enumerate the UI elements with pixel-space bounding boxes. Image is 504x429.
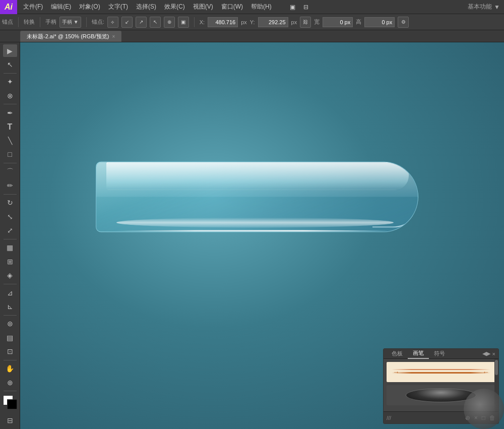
tool-line[interactable]: ╲ bbox=[3, 134, 17, 147]
anchor-tool-2[interactable]: ↙ bbox=[121, 17, 133, 28]
glass-shape bbox=[96, 151, 428, 239]
menu-view[interactable]: 视图(V) bbox=[189, 0, 217, 14]
tool-zoom[interactable]: ⊕ bbox=[3, 376, 17, 389]
tool-sep3 bbox=[4, 163, 17, 163]
tool-sep9 bbox=[4, 391, 17, 391]
h-input[interactable] bbox=[364, 17, 395, 27]
menu-file[interactable]: 文件(F) bbox=[19, 0, 47, 14]
tool-sep1 bbox=[4, 73, 17, 74]
bottom-circle-decoration bbox=[464, 389, 504, 429]
stroke-line-top bbox=[392, 369, 490, 370]
panel-scrollbar-thumb bbox=[495, 360, 498, 375]
sep3 bbox=[86, 17, 87, 27]
tab-symbols[interactable]: 符号 bbox=[429, 349, 450, 359]
glass-bottom-highlight bbox=[116, 217, 394, 227]
tool-blend[interactable]: ◈ bbox=[3, 269, 17, 281]
tool-sep2 bbox=[4, 104, 17, 104]
doc-tab[interactable]: 未标题-2.ai* @ 150% (RGB/预览) × bbox=[20, 31, 121, 42]
workspace-selector[interactable]: 基本功能 ▼ bbox=[468, 3, 504, 11]
x-input[interactable] bbox=[208, 17, 238, 27]
tool-rotate[interactable]: ↻ bbox=[3, 197, 17, 209]
hand-dropdown[interactable]: 手柄 ▼ bbox=[59, 17, 81, 28]
tool-pencil[interactable]: ✏ bbox=[3, 179, 17, 192]
sep1 bbox=[18, 17, 19, 27]
y-label: Y: bbox=[250, 19, 255, 25]
menu-bar: Ai 文件(F) 编辑(E) 对象(O) 文字(T) 选择(S) 效果(C) 视… bbox=[0, 0, 504, 14]
main-area: ▶ ↖ ✦ ⊗ ✒ T ╲ □ ⌒ ✏ ↻ ⤡ ⤢ ▦ ⊞ ◈ ⊿ ⊾ ⊛ ▤ … bbox=[0, 42, 504, 429]
panel-controls: ◀▶ × bbox=[482, 350, 495, 357]
tool-warp[interactable]: ⤢ bbox=[3, 224, 17, 236]
tool-symbol[interactable]: ⊛ bbox=[3, 318, 17, 330]
glass-highlight bbox=[106, 162, 409, 190]
y-input[interactable] bbox=[258, 17, 288, 27]
tool-measure[interactable]: ⊾ bbox=[3, 300, 17, 313]
menu-icon-1[interactable]: ▣ bbox=[286, 0, 299, 14]
options-toolbar: 锚点 转换 手柄 手柄 ▼ 锚点: ⟡ ↙ ↗ ↖ ⊕ ▣ X: px Y: p… bbox=[0, 14, 504, 30]
settings-btn[interactable]: ⚙ bbox=[398, 17, 409, 28]
anchor-tool-6[interactable]: ▣ bbox=[178, 17, 189, 28]
w-label: 宽 bbox=[314, 18, 320, 26]
menu-items: 文件(F) 编辑(E) 对象(O) 文字(T) 选择(S) 效果(C) 视图(V… bbox=[17, 0, 468, 14]
tool-hand[interactable]: ✋ bbox=[3, 362, 17, 375]
sep4 bbox=[194, 17, 195, 27]
app-logo: Ai bbox=[0, 0, 17, 14]
tool-magic-wand[interactable]: ✦ bbox=[3, 76, 17, 88]
tab-close-btn[interactable]: × bbox=[112, 34, 115, 39]
tool-graph[interactable]: ▤ bbox=[3, 331, 17, 344]
panel-close-btn[interactable]: × bbox=[492, 351, 495, 357]
anchor-label: 锚点 bbox=[2, 18, 13, 26]
color-boxes[interactable] bbox=[3, 395, 17, 409]
art-canvas bbox=[96, 151, 428, 239]
menu-select[interactable]: 选择(S) bbox=[132, 0, 160, 14]
tool-lasso[interactable]: ⊗ bbox=[3, 89, 17, 102]
tool-eyedropper[interactable]: ⊿ bbox=[3, 286, 17, 299]
panel-header: 色板 画笔 符号 ◀▶ × bbox=[384, 349, 498, 359]
tab-title: 未标题-2.ai* @ 150% (RGB/预览) bbox=[27, 33, 109, 40]
menu-icon-2[interactable]: ⊟ bbox=[299, 0, 312, 14]
tool-select[interactable]: ▶ bbox=[3, 44, 17, 57]
tool-mesh[interactable]: ⊞ bbox=[3, 255, 17, 268]
tab-brushes[interactable]: 画笔 bbox=[408, 349, 429, 359]
menu-help[interactable]: 帮助(H) bbox=[247, 0, 276, 14]
glass-main-body bbox=[96, 161, 418, 232]
transform-label: 转换 bbox=[24, 18, 35, 26]
glass-right-curve bbox=[372, 167, 418, 227]
tab-swatches[interactable]: 色板 bbox=[387, 349, 408, 359]
anchor-tool-3[interactable]: ↗ bbox=[136, 17, 147, 28]
menu-text[interactable]: 文字(T) bbox=[104, 0, 132, 14]
tool-pen[interactable]: ✒ bbox=[3, 106, 17, 119]
tool-rect[interactable]: □ bbox=[3, 148, 17, 161]
chain-link[interactable]: ⛓ bbox=[300, 17, 311, 28]
menu-object[interactable]: 对象(O) bbox=[75, 0, 104, 14]
h-label: 高 bbox=[356, 18, 361, 26]
tool-scale[interactable]: ⤡ bbox=[3, 210, 17, 223]
screen-mode[interactable]: ⊟ bbox=[3, 414, 17, 427]
anchor-tool-5[interactable]: ⊕ bbox=[164, 17, 175, 28]
canvas-area[interactable]: 色板 画笔 符号 ◀▶ × → ← bbox=[20, 42, 504, 429]
background-color[interactable] bbox=[7, 399, 17, 409]
menu-window[interactable]: 窗口(W) bbox=[217, 0, 247, 14]
panel-footer-label: /// bbox=[387, 415, 391, 421]
px-label2: px bbox=[291, 19, 297, 25]
left-toolbar: ▶ ↖ ✦ ⊗ ✒ T ╲ □ ⌒ ✏ ↻ ⤡ ⤢ ▦ ⊞ ◈ ⊿ ⊾ ⊛ ▤ … bbox=[0, 42, 20, 429]
tool-sep5 bbox=[4, 239, 17, 239]
menu-effect[interactable]: 效果(C) bbox=[160, 0, 189, 14]
menu-edit[interactable]: 编辑(E) bbox=[47, 0, 75, 14]
panel-collapse-btn[interactable]: ◀▶ bbox=[482, 350, 490, 357]
tool-sep6 bbox=[4, 284, 17, 284]
anchor-tool-1[interactable]: ⟡ bbox=[107, 17, 118, 28]
tool-gradient[interactable]: ▦ bbox=[3, 241, 17, 254]
hand-label: 手柄 bbox=[45, 18, 56, 26]
anchor-tool-4[interactable]: ↖ bbox=[150, 17, 161, 28]
tool-sep4 bbox=[4, 194, 17, 195]
tool-artboard[interactable]: ⊡ bbox=[3, 345, 17, 357]
w-input[interactable] bbox=[323, 17, 353, 27]
tool-sep8 bbox=[4, 360, 17, 360]
stroke-arrow-left: → bbox=[393, 368, 400, 376]
brush-stroke-preview[interactable]: → ← bbox=[387, 362, 495, 382]
tool-type[interactable]: T bbox=[3, 120, 17, 133]
tool-direct-select[interactable]: ↖ bbox=[3, 58, 17, 71]
sep2 bbox=[40, 17, 40, 27]
tool-paintbrush[interactable]: ⌒ bbox=[3, 165, 17, 178]
anchor-label2: 锚点: bbox=[92, 18, 104, 26]
